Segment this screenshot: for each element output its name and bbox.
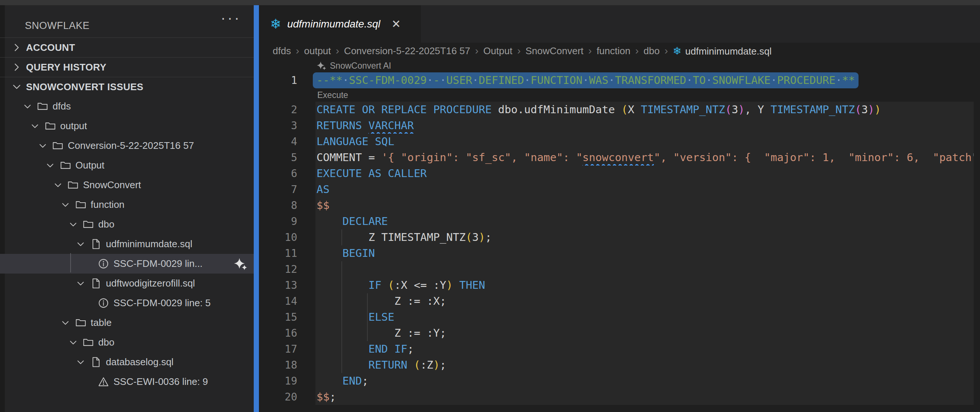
tree-item-table[interactable]: table <box>0 313 254 333</box>
tree-item-output[interactable]: output <box>0 116 254 136</box>
tab-udfminimumdate[interactable]: ❄ udfminimumdate.sql ✕ <box>259 5 421 43</box>
tab-bar: ❄ udfminimumdate.sql ✕ <box>259 5 980 43</box>
line-content: LANGUAGE SQL <box>297 134 980 150</box>
tree-item-ssc-fdm-0029-line-5[interactable]: SSC-FDM-0029 line: 5 <box>0 293 254 313</box>
tree-item-conversion-5-22-2025t16-57[interactable]: Conversion-5-22-2025T16 57 <box>0 136 254 155</box>
code-line-12[interactable]: 12 <box>259 261 980 277</box>
code-line-16[interactable]: 16 Z := :Y; <box>259 325 980 341</box>
line-content: CREATE OR REPLACE PROCEDURE dbo.udfMinim… <box>297 102 980 118</box>
chevron-down-icon[interactable] <box>27 120 42 133</box>
code-editor[interactable]: SnowConvert AI 1--**·SSC-FDM-0029·-·USER… <box>259 59 980 412</box>
tree-item-label: databaselog.sql <box>106 357 173 368</box>
sparkles-ai-icon[interactable] <box>234 257 247 271</box>
breadcrumb-item-dfds[interactable]: dfds <box>273 45 291 57</box>
code-line-14[interactable]: 14 Z := :X; <box>259 293 980 309</box>
code-line-10[interactable]: 10 Z TIMESTAMP_NTZ(3); <box>259 230 980 246</box>
sidebar-resize-sash[interactable] <box>254 5 259 412</box>
tree-item-dbo[interactable]: dbo <box>0 214 254 234</box>
code-line-7[interactable]: 7AS <box>259 182 980 198</box>
chevron-down-icon[interactable] <box>73 238 88 250</box>
folder-icon <box>65 179 81 192</box>
folder-icon <box>57 159 73 172</box>
line-content: EXECUTE AS CALLER <box>297 166 980 182</box>
close-icon[interactable]: ✕ <box>391 19 401 30</box>
breadcrumb-item-conversion-5-22-2025t16-57[interactable]: Conversion-5-22-2025T16 57 <box>344 45 470 57</box>
line-number: 16 <box>259 325 297 341</box>
tree-item-snowconvert[interactable]: SnowConvert <box>0 175 254 195</box>
breadcrumb-separator-icon: › <box>336 45 339 57</box>
snowflake-icon: ❄ <box>673 45 681 57</box>
tree-item-ssc-fdm-0029-lin[interactable]: SSC-FDM-0029 lin... <box>0 254 254 274</box>
scrollbar-gutter[interactable] <box>974 59 980 412</box>
folder-icon <box>73 316 88 330</box>
breadcrumb-separator-icon: › <box>475 45 479 57</box>
chevron-down-icon[interactable] <box>66 218 81 231</box>
line-number: 15 <box>259 309 297 325</box>
chevron-down-icon[interactable] <box>43 159 57 172</box>
section-account[interactable]: ACCOUNT <box>0 38 254 57</box>
tree-item-output[interactable]: Output <box>0 155 254 175</box>
codelens-execute[interactable]: Execute <box>259 88 980 102</box>
chevron-down-icon[interactable] <box>73 277 88 290</box>
breadcrumb-item-snowconvert[interactable]: SnowConvert <box>525 45 583 57</box>
code-line-11[interactable]: 11 BEGIN <box>259 246 980 261</box>
breadcrumb-item-output[interactable]: Output <box>483 45 512 57</box>
line-number: 12 <box>259 261 297 277</box>
section-snowconvert-issues[interactable]: SNOWCONVERT ISSUES <box>0 77 254 97</box>
chevron-down-icon[interactable] <box>73 356 88 369</box>
tree-item-ssc-ewi-0036-line-9[interactable]: SSC-EWI-0036 line: 9 <box>0 372 254 391</box>
code-line-8[interactable]: 8$$ <box>259 198 980 214</box>
line-content: DECLARE <box>297 214 980 230</box>
code-line-15[interactable]: 15 ELSE <box>259 309 980 325</box>
code-line-17[interactable]: 17 END IF; <box>259 341 980 357</box>
tree-item-label: function <box>91 199 124 211</box>
code-line-5[interactable]: 5COMMENT = '{ "origin": "sf_sc", "name":… <box>259 150 980 166</box>
warning-icon <box>96 375 111 388</box>
chevron-down-icon[interactable] <box>51 179 65 192</box>
section-label: SNOWCONVERT ISSUES <box>26 81 143 93</box>
breadcrumb-separator-icon: › <box>589 45 592 57</box>
code-line-20[interactable]: 20$$; <box>259 389 980 405</box>
code-line-1[interactable]: 1--**·SSC-FDM-0029·-·USER·DEFINED·FUNCTI… <box>259 72 980 88</box>
chevron-down-icon[interactable] <box>20 100 35 113</box>
breadcrumb-item-function[interactable]: function <box>597 45 630 57</box>
tree-item-label: table <box>91 317 111 328</box>
chevron-down-icon[interactable] <box>35 139 50 152</box>
editor-group: ❄ udfminimumdate.sql ✕ dfds›output›Conve… <box>259 5 980 412</box>
chevron-slot <box>81 258 96 270</box>
line-content <box>297 261 980 277</box>
info-icon <box>96 257 111 271</box>
code-line-9[interactable]: 9 DECLARE <box>259 214 980 230</box>
tree-item-udftwodigitzerofill-sql[interactable]: udftwodigitzerofill.sql <box>0 274 254 293</box>
breadcrumb-item-dbo[interactable]: dbo <box>643 45 659 57</box>
code-line-2[interactable]: 2CREATE OR REPLACE PROCEDURE dbo.udfMini… <box>259 102 980 118</box>
codelens-snowconvert-ai[interactable]: SnowConvert AI <box>259 59 980 72</box>
code-line-6[interactable]: 6EXECUTE AS CALLER <box>259 166 980 182</box>
tree-item-label: SSC-EWI-0036 line: 9 <box>114 376 208 388</box>
breadcrumb-separator-icon: › <box>517 45 520 57</box>
line-number: 20 <box>259 389 297 405</box>
more-actions-icon[interactable]: ··· <box>221 10 241 25</box>
breadcrumb-item-output[interactable]: output <box>304 45 331 57</box>
tree-item-databaselog-sql[interactable]: databaselog.sql <box>0 352 254 372</box>
tree-item-dfds[interactable]: dfds <box>0 97 254 116</box>
chevron-slot <box>81 297 96 309</box>
code-line-4[interactable]: 4LANGUAGE SQL <box>259 134 980 150</box>
section-label: ACCOUNT <box>26 42 75 54</box>
sidebar-sections: ACCOUNT QUERY HISTORY SNOWCONVERT ISSUES <box>0 38 254 97</box>
chevron-down-icon[interactable] <box>66 336 81 349</box>
tree-item-label: output <box>60 120 87 132</box>
code-line-3[interactable]: 3RETURNS VARCHAR <box>259 118 980 134</box>
chevron-down-icon[interactable] <box>58 317 73 329</box>
breadcrumb-item-udfminimumdate-sql[interactable]: ❄udfminimumdate.sql <box>673 45 772 57</box>
code-line-13[interactable]: 13 IF (:X <= :Y) THEN <box>259 277 980 293</box>
tree-item-dbo[interactable]: dbo <box>0 333 254 352</box>
tree-item-udfminimumdate-sql[interactable]: udfminimumdate.sql <box>0 234 254 254</box>
chevron-down-icon[interactable] <box>58 198 73 211</box>
tree-item-label: Conversion-5-22-2025T16 57 <box>68 140 194 151</box>
tree-item-function[interactable]: function <box>0 195 254 214</box>
section-query-history[interactable]: QUERY HISTORY <box>0 57 254 77</box>
line-number: 4 <box>259 134 297 150</box>
code-line-18[interactable]: 18 RETURN (:Z); <box>259 357 980 373</box>
code-line-19[interactable]: 19 END; <box>259 373 980 389</box>
